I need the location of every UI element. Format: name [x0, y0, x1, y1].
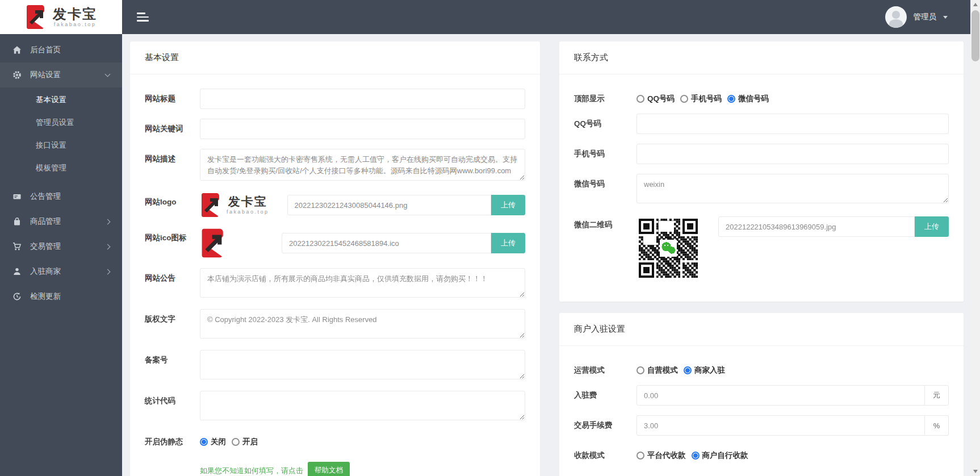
site-title-label: 网站标题: [145, 89, 200, 109]
sidebar-item-template-settings[interactable]: 模板管理: [0, 157, 122, 179]
menu-toggle-icon[interactable]: [137, 12, 149, 22]
brand-logo-icon: [25, 5, 48, 30]
phone-input[interactable]: [636, 144, 949, 164]
site-notice-label: 网站公告: [145, 268, 200, 299]
sidebar-item-products[interactable]: 商品管理: [0, 209, 122, 234]
merchant-settings-card: 商户入驻设置 运营模式 自营模式 商家入驻 入驻费 元: [559, 313, 964, 476]
top-display-label: 顶部显示: [574, 89, 636, 104]
site-description-textarea[interactable]: 发卡宝是一套功能强大的卡密寄售系统，无需人工值守，客户在线购买即可自动完成交易。…: [200, 149, 525, 181]
wechat-qr-upload-button[interactable]: 上传: [915, 216, 949, 237]
cart-icon: [12, 242, 22, 251]
site-ico-filename-input[interactable]: [282, 233, 491, 253]
site-ico-upload-button[interactable]: 上传: [491, 233, 525, 253]
bag-icon: [12, 217, 22, 226]
scroll-up-icon[interactable]: [973, 3, 978, 6]
chevron-down-icon: [105, 72, 111, 77]
entry-fee-unit: 元: [925, 385, 949, 406]
sidebar-item-merchants[interactable]: 入驻商家: [0, 259, 122, 284]
sidebar-item-site-settings[interactable]: 网站设置: [0, 62, 122, 87]
merchant-settings-title: 商户入驻设置: [559, 313, 964, 346]
help-doc-button[interactable]: 帮助文档: [308, 462, 350, 476]
site-notice-textarea[interactable]: 本店铺为演示店铺，所有展示的商品均非真实商品，仅供填充数据用，请勿购买！！！: [200, 268, 525, 298]
sidebar-item-transactions[interactable]: 交易管理: [0, 234, 122, 259]
wechat-label: 微信号码: [574, 174, 636, 205]
sidebar: 发卡宝 fakabao.top 后台首页 网站设置 基本设置 管理员设置: [0, 0, 122, 476]
brand-logo[interactable]: 发卡宝 fakabao.top: [0, 0, 122, 34]
main-content: 基本设置 网站标题 网站关键词 网站描述 发卡宝是一套功能强大的卡密寄售系统，无…: [122, 34, 970, 476]
chevron-right-icon: [105, 244, 111, 249]
sidebar-item-dashboard[interactable]: 后台首页: [0, 37, 122, 62]
fee-rate-unit: %: [925, 415, 949, 436]
radio-option-label: 关闭: [211, 437, 226, 447]
analytics-textarea[interactable]: [200, 391, 525, 420]
wechat-qr-filename-input[interactable]: [718, 216, 915, 237]
page-scrollbar[interactable]: [970, 0, 980, 476]
analytics-label: 统计代码: [145, 391, 200, 422]
sidebar-item-label: 后台首页: [30, 45, 61, 55]
sidebar-item-label: 检测更新: [30, 291, 61, 302]
fee-rate-label: 交易手续费: [574, 415, 636, 436]
mode-self-radio[interactable]: [636, 366, 644, 374]
radio-option-label: 微信号码: [738, 94, 769, 104]
collect-mode-label: 收款模式: [574, 445, 636, 461]
scroll-down-icon[interactable]: [973, 470, 978, 473]
gear-icon: [12, 70, 22, 80]
radio-option-label: 开启: [242, 437, 258, 447]
announcement-icon: [12, 192, 22, 201]
home-icon: [12, 45, 22, 55]
site-logo-filename-input[interactable]: [287, 195, 491, 215]
brand-name: 发卡宝: [53, 7, 97, 21]
top-display-qq-radio[interactable]: [636, 95, 644, 103]
qq-label: QQ号码: [574, 114, 636, 134]
radio-option-label: 自营模式: [647, 365, 678, 375]
scrollbar-thumb[interactable]: [971, 10, 979, 61]
copyright-label: 版权文字: [145, 309, 200, 340]
pseudo-static-off-radio[interactable]: [200, 438, 208, 446]
wechat-textarea[interactable]: weixin: [636, 174, 949, 203]
sidebar-item-admin-settings[interactable]: 管理员设置: [0, 111, 122, 134]
sidebar-item-label: 商品管理: [30, 216, 61, 227]
site-logo-upload-button[interactable]: 上传: [491, 195, 525, 215]
pseudo-static-on-radio[interactable]: [232, 438, 240, 446]
contact-card: 联系方式 顶部显示 QQ号码 手机号码 微信号码 QQ号码: [559, 41, 964, 302]
chevron-right-icon: [105, 219, 111, 224]
radio-option-label: 商户自行收款: [702, 450, 748, 461]
site-keywords-label: 网站关键词: [145, 119, 200, 139]
top-display-wechat-radio[interactable]: [727, 95, 735, 103]
radio-option-label: 手机号码: [691, 94, 722, 104]
avatar: [885, 6, 907, 28]
brand-domain: fakabao.top: [54, 22, 97, 27]
sidebar-nav: 后台首页 网站设置 基本设置 管理员设置 接口设置 模板管理 公告管理: [0, 34, 122, 309]
collect-platform-radio[interactable]: [636, 452, 644, 460]
wechat-qr-image: [636, 215, 700, 282]
entry-fee-input[interactable]: [636, 385, 925, 406]
icp-label: 备案号: [145, 350, 200, 381]
contact-title: 联系方式: [559, 41, 964, 74]
copyright-textarea[interactable]: © Copyright 2022-2023 发卡宝. All Rights Re…: [200, 309, 525, 339]
user-menu[interactable]: 管理员: [885, 6, 948, 28]
sidebar-item-label: 公告管理: [30, 191, 61, 202]
sidebar-item-api-settings[interactable]: 接口设置: [0, 134, 122, 157]
icp-textarea[interactable]: [200, 350, 525, 379]
top-display-phone-radio[interactable]: [680, 95, 688, 103]
user-name: 管理员: [914, 12, 937, 22]
help-text: 如果您不知道如何填写，请点击: [200, 466, 303, 476]
phone-label: 手机号码: [574, 144, 636, 164]
qq-input[interactable]: [636, 114, 949, 134]
collect-self-radio[interactable]: [692, 452, 700, 460]
site-title-input[interactable]: [200, 89, 525, 109]
pseudo-static-label: 开启伪静态: [145, 432, 200, 447]
radio-option-label: QQ号码: [647, 94, 675, 104]
merchant-icon: [12, 267, 22, 276]
site-keywords-input[interactable]: [200, 119, 525, 139]
site-description-label: 网站描述: [145, 149, 200, 182]
sidebar-item-announcements[interactable]: 公告管理: [0, 184, 122, 209]
sidebar-item-label: 网站设置: [30, 70, 61, 80]
mode-merchant-radio[interactable]: [684, 366, 692, 374]
site-ico-preview: [200, 228, 227, 258]
sidebar-item-basic-settings[interactable]: 基本设置: [0, 89, 122, 111]
wechat-qr-label: 微信二维码: [574, 215, 636, 282]
caret-down-icon: [943, 16, 948, 19]
sidebar-item-check-update[interactable]: 检测更新: [0, 284, 122, 309]
fee-rate-input[interactable]: [636, 415, 925, 436]
